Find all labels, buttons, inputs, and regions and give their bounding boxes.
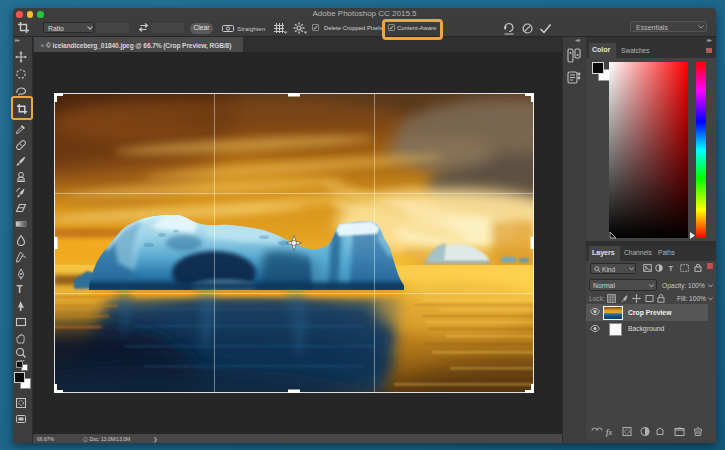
svg-text:fx: fx	[606, 428, 612, 437]
